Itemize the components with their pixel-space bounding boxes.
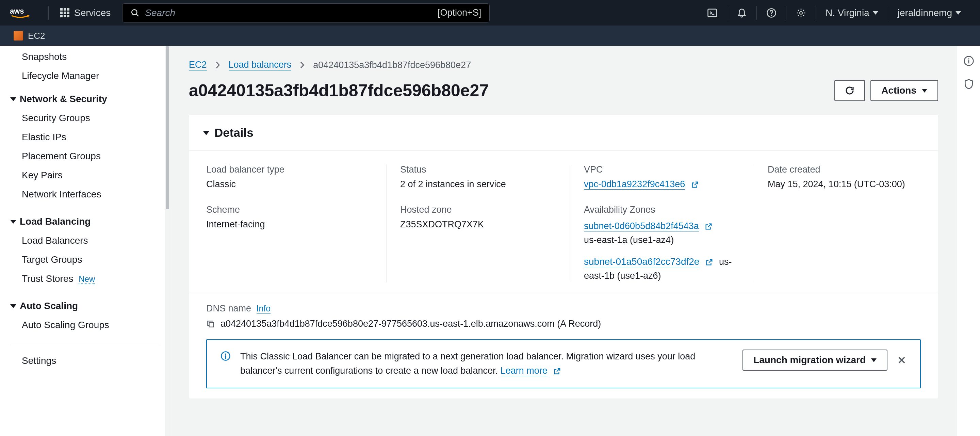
svg-point-7 bbox=[800, 11, 802, 14]
sidebar-item-settings[interactable]: Settings bbox=[0, 351, 170, 370]
sidebar-item-auto-scaling-groups[interactable]: Auto Scaling Groups bbox=[0, 315, 170, 334]
sidebar-group-header[interactable]: Load Balancing bbox=[0, 212, 170, 231]
search-box[interactable]: [Option+S] bbox=[122, 3, 490, 22]
close-info-button[interactable] bbox=[897, 355, 907, 365]
help-panel-icon[interactable] bbox=[963, 56, 974, 66]
svg-rect-8 bbox=[209, 322, 214, 327]
title-row: a04240135a3fb4d1b87fdce596b80e27 Actions bbox=[189, 80, 938, 101]
actions-button[interactable]: Actions bbox=[870, 80, 938, 101]
sidebar-item-network-interfaces[interactable]: Network Interfaces bbox=[0, 185, 170, 204]
header-right: N. Virginia jeraldinnemg bbox=[698, 6, 970, 20]
divider bbox=[48, 6, 49, 20]
divider bbox=[10, 345, 159, 345]
service-name[interactable]: EC2 bbox=[28, 31, 45, 41]
details-col-1: Load balancer type Classic Scheme Intern… bbox=[206, 164, 387, 283]
cloudshell-button[interactable] bbox=[698, 8, 727, 18]
external-link-icon bbox=[705, 259, 713, 266]
refresh-button[interactable] bbox=[834, 80, 865, 101]
svg-point-6 bbox=[771, 14, 772, 16]
breadcrumb-load-balancers[interactable]: Load balancers bbox=[229, 60, 292, 70]
notifications-button[interactable] bbox=[727, 8, 756, 18]
aws-logo[interactable]: aws bbox=[0, 7, 40, 19]
chevron-down-icon bbox=[203, 131, 210, 135]
sidebar-group-title: Auto Scaling bbox=[20, 301, 78, 312]
sidebar-group-header[interactable]: Auto Scaling bbox=[0, 296, 170, 315]
region-selector[interactable]: N. Virginia bbox=[816, 8, 888, 18]
dns-info-link[interactable]: Info bbox=[256, 304, 271, 313]
svg-point-15 bbox=[968, 58, 969, 59]
details-panel-header[interactable]: Details bbox=[189, 115, 938, 151]
details-heading: Details bbox=[215, 126, 253, 140]
launch-migration-wizard-button[interactable]: Launch migration wizard bbox=[743, 350, 888, 371]
apps-grid-icon bbox=[60, 8, 69, 18]
breadcrumb: EC2 Load balancers a04240135a3fb4d1b87fd… bbox=[189, 60, 938, 70]
sidebar-group-network-security: Network & Security Security Groups Elast… bbox=[0, 86, 170, 208]
account-menu[interactable]: jeraldinnemg bbox=[888, 8, 970, 18]
az-block-2: subnet-01a50a6f2cc73df2e us-east-1b (use… bbox=[584, 255, 740, 283]
svg-point-1 bbox=[132, 10, 137, 14]
date-created-value: May 15, 2024, 10:15 (UTC-03:00) bbox=[768, 179, 907, 189]
chevron-down-icon bbox=[10, 97, 16, 101]
sidebar-item-target-groups[interactable]: Target Groups bbox=[0, 250, 170, 269]
sidebar-item-key-pairs[interactable]: Key Pairs bbox=[0, 166, 170, 185]
services-menu-button[interactable]: Services bbox=[57, 8, 114, 18]
migration-info-box: This Classic Load Balancer can be migrat… bbox=[206, 339, 921, 388]
status-value: 2 of 2 instances in service bbox=[400, 179, 556, 189]
dns-value-row: a04240135a3fb4d1b87fdce596b80e27-9775656… bbox=[206, 318, 921, 329]
hosted-zone-label: Hosted zone bbox=[400, 205, 556, 215]
sidebar-item-security-groups[interactable]: Security Groups bbox=[0, 108, 170, 127]
chevron-down-icon bbox=[873, 11, 878, 14]
dns-value: a04240135a3fb4d1b87fdce596b80e27-9775656… bbox=[221, 318, 601, 329]
hosted-zone-value: Z35SXDOTRQ7X7K bbox=[400, 219, 556, 230]
scrollbar-thumb[interactable] bbox=[166, 46, 169, 209]
services-label: Services bbox=[74, 8, 111, 18]
actions-label: Actions bbox=[881, 85, 916, 96]
user-label: jeraldinnemg bbox=[898, 8, 952, 18]
content: EC2 Load balancers a04240135a3fb4d1b87fd… bbox=[170, 46, 957, 436]
chevron-down-icon bbox=[10, 304, 16, 308]
external-link-icon bbox=[553, 368, 561, 375]
security-panel-icon[interactable] bbox=[963, 79, 974, 89]
status-label: Status bbox=[400, 164, 556, 175]
lb-type-label: Load balancer type bbox=[206, 164, 372, 175]
subnet-2-link[interactable]: subnet-01a50a6f2cc73df2e bbox=[584, 256, 699, 267]
scrollbar[interactable] bbox=[165, 46, 170, 436]
info-actions: Launch migration wizard bbox=[743, 350, 907, 371]
region-label: N. Virginia bbox=[826, 8, 869, 18]
sidebar-item-trust-stores[interactable]: Trust Stores New bbox=[0, 269, 170, 288]
sidebar-group-load-balancing: Load Balancing Load Balancers Target Gro… bbox=[0, 208, 170, 292]
sidebar-item-load-balancers[interactable]: Load Balancers bbox=[0, 231, 170, 250]
settings-button[interactable] bbox=[786, 8, 816, 18]
search-icon bbox=[130, 8, 140, 18]
chevron-down-icon bbox=[922, 89, 927, 92]
page-body: Snapshots Lifecycle Manager Network & Se… bbox=[0, 46, 980, 436]
sidebar-item-placement-groups[interactable]: Placement Groups bbox=[0, 147, 170, 166]
copy-icon[interactable] bbox=[206, 320, 215, 328]
svg-rect-11 bbox=[225, 355, 226, 359]
details-col-3: VPC vpc-0db1a9232f9c413e6 Availability Z… bbox=[570, 164, 754, 283]
dns-section: DNS name Info a04240135a3fb4d1b87fdce596… bbox=[189, 293, 938, 339]
sidebar-item-elastic-ips[interactable]: Elastic IPs bbox=[0, 127, 170, 147]
refresh-icon bbox=[845, 86, 855, 95]
main: EC2 Load balancers a04240135a3fb4d1b87fd… bbox=[170, 46, 980, 436]
sidebar-group-auto-scaling: Auto Scaling Auto Scaling Groups bbox=[0, 292, 170, 339]
top-header: aws Services [Option+S] N. Vi bbox=[0, 0, 980, 25]
chevron-right-icon bbox=[299, 60, 305, 70]
details-panel: Details Load balancer type Classic Schem… bbox=[189, 115, 938, 399]
breadcrumb-ec2[interactable]: EC2 bbox=[189, 60, 207, 70]
sidebar-item-snapshots[interactable]: Snapshots bbox=[0, 47, 170, 66]
sidebar-item-lifecycle-manager[interactable]: Lifecycle Manager bbox=[0, 66, 170, 86]
help-button[interactable] bbox=[757, 8, 786, 18]
external-link-icon bbox=[691, 181, 698, 189]
search-shortcut: [Option+S] bbox=[438, 8, 481, 18]
sidebar-group-header[interactable]: Network & Security bbox=[0, 89, 170, 108]
subnet-1-link[interactable]: subnet-0d60b5d84b2f4543a bbox=[584, 221, 699, 231]
vpc-link[interactable]: vpc-0db1a9232f9c413e6 bbox=[584, 179, 685, 189]
vpc-label: VPC bbox=[584, 164, 740, 175]
learn-more-link[interactable]: Learn more bbox=[501, 366, 547, 376]
wizard-button-label: Launch migration wizard bbox=[753, 355, 865, 366]
search-input[interactable] bbox=[145, 8, 432, 18]
details-panel-body: Load balancer type Classic Scheme Intern… bbox=[189, 151, 938, 293]
details-col-2: Status 2 of 2 instances in service Hoste… bbox=[387, 164, 570, 283]
scheme-value: Internet-facing bbox=[206, 219, 372, 230]
